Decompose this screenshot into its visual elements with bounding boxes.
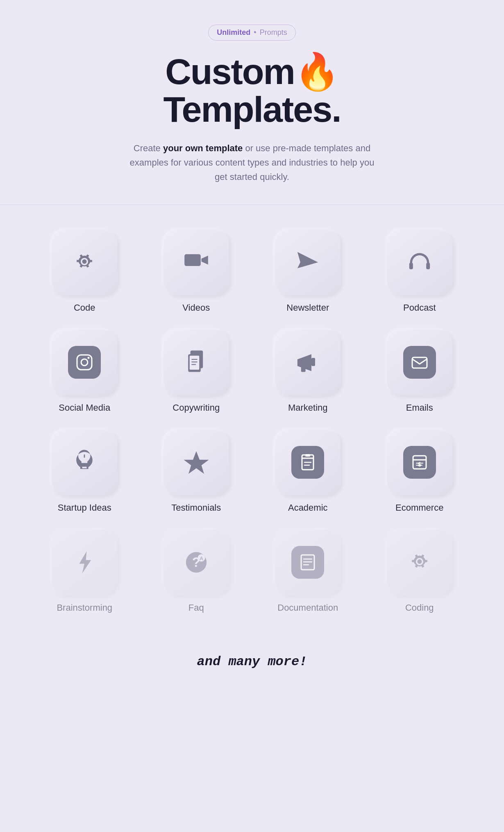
- grid-item-podcast[interactable]: Podcast: [368, 230, 472, 313]
- badge-prompts: Prompts: [260, 28, 287, 37]
- grid-item-copywriting[interactable]: Copywriting: [145, 330, 248, 413]
- hero-title-line2: Templates.: [163, 89, 341, 130]
- svg-rect-23: [305, 454, 310, 457]
- label-newsletter: Newsletter: [286, 302, 329, 313]
- svg-marker-1: [201, 256, 208, 265]
- icon-box-emails: [387, 330, 452, 395]
- label-faq: Faq: [188, 602, 204, 613]
- label-social-media: Social Media: [59, 402, 110, 413]
- hero-description: Create your own template or use pre-made…: [129, 141, 375, 184]
- icon-box-brainstorming: [52, 530, 117, 595]
- label-startup-ideas: Startup Ideas: [58, 502, 111, 513]
- icon-box-startup-ideas: [52, 430, 117, 495]
- svg-rect-17: [301, 366, 306, 372]
- icon-box-marketing: [275, 330, 341, 395]
- label-coding: Coding: [405, 602, 434, 613]
- grid-item-testimonials[interactable]: Testimonials: [145, 430, 248, 513]
- grid-item-videos[interactable]: Videos: [145, 230, 248, 313]
- svg-point-7: [81, 359, 88, 366]
- badge-dot: •: [254, 28, 256, 37]
- grid-row-4: Brainstorming ? A Faq: [33, 530, 471, 613]
- grid-row-2: Social Media Copywriting: [33, 330, 471, 413]
- hero-section: Unlimited • Prompts Custom🔥 Templates. C…: [0, 0, 504, 205]
- inner-icon-documentation: [291, 546, 324, 579]
- grid-item-documentation[interactable]: Documentation: [256, 530, 360, 613]
- grid-row-1: Code Videos Newsletter: [33, 230, 471, 313]
- svg-rect-4: [409, 263, 413, 269]
- grid-row-3: Startup Ideas Testimonials: [33, 430, 471, 513]
- inner-icon-social: [68, 346, 101, 379]
- icon-box-faq: ? A: [163, 530, 229, 595]
- label-testimonials: Testimonials: [171, 502, 221, 513]
- icon-box-podcast: [387, 230, 452, 295]
- icon-box-videos: [163, 230, 229, 295]
- label-code: Code: [74, 302, 95, 313]
- grid-item-code[interactable]: Code: [33, 230, 136, 313]
- svg-rect-18: [412, 357, 427, 368]
- icon-box-coding: [387, 530, 452, 595]
- icon-box-social-media: [52, 330, 117, 395]
- grid-item-ecommerce[interactable]: $ Ecommerce: [368, 430, 472, 513]
- grid-item-emails[interactable]: Emails: [368, 330, 472, 413]
- label-academic: Academic: [288, 502, 328, 513]
- svg-point-8: [88, 357, 90, 359]
- icon-box-copywriting: [163, 330, 229, 395]
- svg-text:$: $: [418, 461, 421, 468]
- label-videos: Videos: [182, 302, 210, 313]
- inner-icon-emails: [403, 346, 436, 379]
- label-brainstorming: Brainstorming: [57, 602, 112, 613]
- grid-item-brainstorming[interactable]: Brainstorming: [33, 530, 136, 613]
- grid-section: Code Videos Newsletter: [0, 205, 504, 638]
- icon-box-newsletter: [275, 230, 341, 295]
- grid-item-coding[interactable]: Coding: [368, 530, 472, 613]
- svg-rect-11: [190, 356, 199, 370]
- svg-marker-2: [297, 252, 318, 268]
- label-emails: Emails: [406, 402, 433, 413]
- svg-rect-5: [426, 263, 430, 269]
- label-documentation: Documentation: [277, 602, 338, 613]
- inner-icon-ecommerce: $: [403, 446, 436, 479]
- icon-box-testimonials: [163, 430, 229, 495]
- badge-unlimited: Unlimited: [217, 28, 250, 37]
- svg-marker-20: [184, 451, 209, 474]
- svg-marker-31: [79, 551, 91, 573]
- grid-item-faq[interactable]: ? A Faq: [145, 530, 248, 613]
- icon-box-ecommerce: $: [387, 430, 452, 495]
- badge: Unlimited • Prompts: [208, 25, 295, 41]
- label-podcast: Podcast: [403, 302, 436, 313]
- icon-box-academic: [275, 430, 341, 495]
- hero-title-line1: Custom🔥: [165, 51, 339, 92]
- grid-item-academic[interactable]: Academic: [256, 430, 360, 513]
- svg-rect-16: [311, 358, 315, 366]
- label-copywriting: Copywriting: [173, 402, 220, 413]
- grid-item-marketing[interactable]: Marketing: [256, 330, 360, 413]
- hero-title: Custom🔥 Templates.: [163, 53, 341, 129]
- icon-box-code: [52, 230, 117, 295]
- more-text: and many more!: [0, 638, 504, 694]
- grid-item-newsletter[interactable]: Newsletter: [256, 230, 360, 313]
- inner-icon-academic: [291, 446, 324, 479]
- grid-item-social-media[interactable]: Social Media: [33, 330, 136, 413]
- svg-rect-6: [77, 355, 92, 370]
- grid-item-startup-ideas[interactable]: Startup Ideas: [33, 430, 136, 513]
- label-ecommerce: Ecommerce: [395, 502, 443, 513]
- svg-text:A: A: [200, 556, 203, 561]
- icon-box-documentation: [275, 530, 341, 595]
- label-marketing: Marketing: [288, 402, 328, 413]
